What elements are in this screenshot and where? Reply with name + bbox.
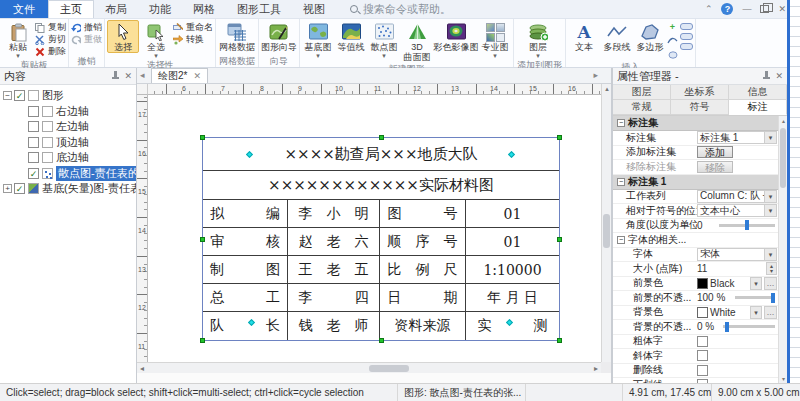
checkbox-checked[interactable]: ✓ <box>14 90 25 101</box>
checkbox-unchecked[interactable] <box>28 121 39 132</box>
tree-item-left-axis[interactable]: 左边轴 <box>17 119 136 135</box>
tab-scroll-left-icon[interactable]: ◂ <box>140 70 145 80</box>
selection-handle[interactable] <box>557 338 562 343</box>
tab-info[interactable]: 信息 <box>729 85 787 100</box>
add-label-set-button[interactable]: 添加 <box>697 146 733 158</box>
drawing-area[interactable]: ××××勘查局×××地质大队 ××××××××××××实际材料图 拟 编 李 小… <box>148 95 601 362</box>
tab-scroll-right-icon[interactable]: ▸ <box>593 70 598 80</box>
undo-button[interactable]: 撤销 <box>71 22 102 33</box>
document-tab-close-icon[interactable]: ✕ <box>193 71 201 81</box>
checkbox-unchecked[interactable] <box>28 106 39 117</box>
position-dropdown[interactable]: 文本中心▾ <box>697 204 777 217</box>
vertical-scrollbar[interactable]: ▴ ▾ <box>601 84 611 373</box>
chevron-down-icon[interactable]: ▾ <box>750 277 762 290</box>
selection-handle[interactable] <box>379 135 384 140</box>
select-button[interactable]: 选择 <box>107 20 139 53</box>
insert-rounded-rect-icon[interactable] <box>680 33 693 40</box>
checkbox-checked[interactable]: ✓ <box>28 168 39 179</box>
scroll-up-icon[interactable]: ▴ <box>602 85 612 93</box>
fg-opacity-slider[interactable] <box>735 296 775 299</box>
checkbox-checked[interactable]: ✓ <box>14 183 25 194</box>
select-all-button[interactable]: 全选 ▾ <box>140 20 172 59</box>
tab-graph-tools[interactable]: 图形工具 <box>226 0 292 18</box>
insert-polygon-button[interactable]: 多边形 <box>634 20 666 53</box>
chevron-down-icon[interactable]: ▾ <box>750 306 762 319</box>
delete-button[interactable]: 删除 <box>35 46 66 57</box>
tab-home[interactable]: 主页 <box>48 0 94 18</box>
background-color-more-button[interactable]: … <box>764 306 777 319</box>
convert-button[interactable]: 转换 <box>173 34 213 45</box>
restore-icon[interactable] <box>760 5 769 13</box>
insert-plus-icon[interactable]: + <box>670 23 675 31</box>
tab-view[interactable]: 视图 <box>292 0 336 18</box>
insert-curve-icon[interactable] <box>667 34 678 46</box>
angle-slider[interactable] <box>719 224 775 227</box>
redo-button[interactable]: 重做 <box>71 34 102 45</box>
close-icon[interactable]: ✕ <box>778 5 786 14</box>
insert-square-icon[interactable] <box>680 43 693 50</box>
insert-ellipse-icon[interactable] <box>668 49 678 61</box>
group-label-set-1[interactable]: − 标注集 1 <box>613 175 778 190</box>
tab-labels[interactable]: 标注 <box>729 100 787 115</box>
tab-features[interactable]: 功能 <box>138 0 182 18</box>
copy-button[interactable]: 复制 <box>35 22 66 33</box>
strikethrough-checkbox[interactable] <box>697 365 708 376</box>
base-map-button[interactable]: 基底图 ▾ <box>302 20 334 59</box>
scroll-left-icon[interactable]: ◂ <box>137 364 147 373</box>
selection-handle[interactable] <box>557 135 562 140</box>
collapse-icon[interactable]: − <box>3 91 12 100</box>
collapse-icon[interactable]: − <box>617 178 625 186</box>
tab-layers[interactable]: 图层 <box>613 85 671 100</box>
scroll-right-icon[interactable]: ▸ <box>591 364 601 373</box>
horizontal-scroll-thumb[interactable] <box>369 365 409 372</box>
expand-icon[interactable]: + <box>3 184 12 193</box>
insert-text-button[interactable]: A 文本 <box>568 20 600 53</box>
group-label-set[interactable]: − 标注集 <box>613 116 778 131</box>
tab-coordinate-system[interactable]: 坐标系 <box>671 85 729 100</box>
selection-handle[interactable] <box>200 135 205 140</box>
minimize-icon[interactable]: — <box>742 5 751 14</box>
tab-symbol[interactable]: 符号 <box>671 100 729 115</box>
tab-grid[interactable]: 网格 <box>182 0 226 18</box>
graph-wizard-button[interactable]: 图形向导 <box>261 20 297 53</box>
tree-item-post-map[interactable]: ✓ 散点图-责任表的张贴图.xls <box>17 166 136 182</box>
color-relief-button[interactable]: 彩色影像图 <box>434 20 478 53</box>
tree-item-graph[interactable]: − ✓ 图形 <box>3 88 136 104</box>
pin-icon[interactable] <box>763 71 770 81</box>
surface-3d-button[interactable]: 3D 曲面图 <box>401 20 433 63</box>
properties-close-icon[interactable]: ✕ <box>775 71 783 81</box>
label-set-dropdown[interactable]: 标注集 1▾ <box>697 131 777 144</box>
paste-button[interactable]: 粘贴 ▾ <box>2 20 34 59</box>
document-tab[interactable]: 绘图2* ✕ <box>151 68 208 83</box>
selection-handle[interactable] <box>200 237 205 242</box>
foreground-color-more-button[interactable]: … <box>764 277 777 290</box>
responsibility-table[interactable]: ××××勘查局×××地质大队 ××××××××××××实际材料图 拟 编 李 小… <box>203 138 559 340</box>
scroll-up-icon[interactable]: ▴ <box>779 117 787 124</box>
vertical-scroll-thumb[interactable] <box>603 214 610 248</box>
post-map-button[interactable]: 散点图 ▾ <box>368 20 400 59</box>
insert-rect-icon[interactable] <box>680 23 693 30</box>
command-search[interactable]: 搜索命令或帮助。 <box>350 0 451 18</box>
collapse-icon[interactable]: − <box>617 236 625 244</box>
tab-general[interactable]: 常规 <box>613 100 671 115</box>
help-icon[interactable]: ? <box>721 3 733 15</box>
selection-handle[interactable] <box>557 237 562 242</box>
font-dropdown[interactable]: 宋体▾ <box>697 248 777 261</box>
contour-button[interactable]: 等值线 <box>335 20 367 53</box>
rename-button[interactable]: 重命名 <box>173 22 213 33</box>
specialty-button[interactable]: 专业图 ▾ <box>479 20 511 59</box>
bg-opacity-slider[interactable] <box>723 325 775 328</box>
selected-object-frame[interactable]: ××××勘查局×××地质大队 ××××××××××××实际材料图 拟 编 李 小… <box>202 137 560 341</box>
worksheet-column-dropdown[interactable]: Column C: 队 长▾ <box>697 190 777 203</box>
layer-button[interactable]: 图层 ▾ <box>516 20 560 59</box>
tree-item-bottom-axis[interactable]: 底边轴 <box>17 150 136 166</box>
pin-icon[interactable] <box>112 71 119 81</box>
remove-label-set-button[interactable]: 移除 <box>697 161 733 173</box>
scroll-down-icon[interactable]: ▾ <box>779 375 787 382</box>
ribbon-collapse-icon[interactable]: ⌃ <box>705 5 713 14</box>
properties-scroll-thumb[interactable] <box>780 128 786 188</box>
bold-checkbox[interactable] <box>697 336 708 347</box>
checkbox-unchecked[interactable] <box>28 137 39 148</box>
properties-scrollbar[interactable]: ▴ ▾ <box>778 116 787 383</box>
tree-item-base-map[interactable]: + ✓ 基底(矢量)图-责任表表格.blr <box>3 181 136 197</box>
